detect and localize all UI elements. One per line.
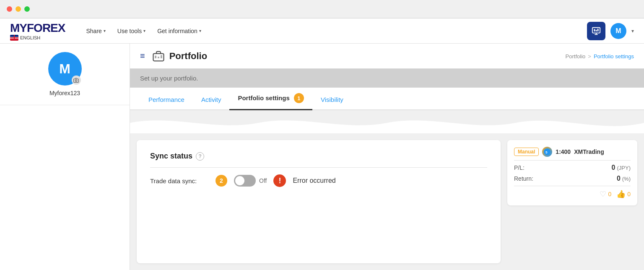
tab-performance[interactable]: Performance	[140, 90, 193, 110]
top-nav: MYFOREX ENGLISH Share ▾ Use tools ▾ Get …	[0, 18, 644, 44]
page-title: Portfolio	[169, 51, 207, 62]
svg-rect-3	[594, 29, 595, 31]
traffic-light-yellow[interactable]	[16, 6, 21, 12]
user-menu-chevron[interactable]: ▾	[631, 28, 634, 34]
content-header: ≡ Portfolio Portfolio > Portfolio settin…	[130, 44, 644, 69]
nav-link-share[interactable]: Share ▾	[86, 28, 105, 34]
language-label: ENGLISH	[20, 35, 40, 40]
trade-data-label: Trade data sync:	[150, 177, 209, 184]
panel-divider	[514, 160, 631, 161]
right-panel: Manual 5 1:400 XMTrading P/L: 0	[507, 140, 637, 205]
logo[interactable]: MYFOREX	[10, 21, 65, 35]
svg-rect-10	[161, 55, 162, 58]
hamburger-icon[interactable]: ≡	[140, 51, 145, 61]
setup-bar-text: Set up your portfolio.	[140, 75, 198, 82]
help-icon[interactable]: ?	[196, 152, 204, 161]
language-selector[interactable]: ENGLISH	[10, 35, 40, 41]
heart-icon: ♡	[600, 190, 606, 199]
broker-icon: 5	[542, 147, 552, 157]
tabs-bar: Performance Activity Portfolio settings …	[130, 88, 644, 110]
error-text: Error occurred	[293, 177, 335, 184]
chevron-down-icon: ▾	[143, 29, 145, 33]
wave-separator	[130, 110, 644, 133]
right-panel-header: Manual 5 1:400 XMTrading	[514, 147, 631, 157]
sync-card: Sync status ? Trade data sync: 2 Off ! E…	[137, 140, 501, 263]
toggle-label: Off	[259, 177, 267, 184]
thumbs-count: 0	[627, 191, 631, 197]
error-icon: !	[273, 174, 286, 187]
manual-badge: Manual	[514, 148, 539, 156]
heart-button[interactable]: ♡ 0	[600, 190, 611, 199]
svg-rect-9	[158, 57, 159, 58]
traffic-light-red[interactable]	[7, 6, 12, 12]
thumbs-up-button[interactable]: 👍 0	[616, 190, 631, 199]
traffic-light-green[interactable]	[24, 6, 30, 12]
breadcrumb-current: Portfolio	[566, 53, 586, 59]
return-row: Return: 0 (%)	[514, 175, 631, 182]
sidebar-divider	[0, 105, 130, 105]
heart-count: 0	[608, 191, 611, 197]
logo-suffix: FOREX	[27, 21, 65, 34]
sidebar-username: Myforex123	[49, 90, 80, 96]
svg-rect-5	[597, 29, 599, 31]
content-area: ≡ Portfolio Portfolio > Portfolio settin…	[130, 44, 644, 270]
main-layout: M Myforex123 ≡	[0, 44, 644, 270]
nav-link-get-information[interactable]: Get information ▾	[157, 28, 201, 34]
sync-divider	[150, 167, 487, 168]
svg-rect-4	[596, 30, 597, 31]
logo-prefix: MY	[10, 21, 27, 34]
camera-icon[interactable]	[72, 75, 81, 85]
sync-title: Sync status ?	[150, 152, 487, 161]
nav-links: Share ▾ Use tools ▾ Get information ▾	[86, 28, 587, 34]
breadcrumb-link[interactable]: Portfolio settings	[594, 53, 634, 59]
pl-label: P/L:	[514, 164, 525, 171]
broker-name: XMTrading	[574, 148, 604, 155]
return-label: Return:	[514, 175, 533, 182]
tab-portfolio-settings[interactable]: Portfolio settings 1	[229, 87, 312, 110]
sync-toggle[interactable]	[234, 175, 256, 187]
flag-icon	[10, 35, 18, 41]
tab-visibility[interactable]: Visibility	[312, 90, 352, 110]
step-badge: 2	[216, 175, 227, 187]
panel-divider-2	[514, 186, 631, 186]
nav-link-use-tools[interactable]: Use tools ▾	[117, 28, 145, 34]
page-title-area: Portfolio	[152, 49, 207, 63]
leverage-text: 1:400	[556, 148, 571, 155]
toggle-container: Off	[234, 175, 267, 187]
tab-activity[interactable]: Activity	[193, 90, 230, 110]
panel-actions: ♡ 0 👍 0	[514, 190, 631, 199]
setup-bar: Set up your portfolio.	[130, 69, 644, 88]
thumbs-up-icon: 👍	[616, 190, 626, 199]
sidebar: M Myforex123	[0, 44, 130, 270]
main-content: Sync status ? Trade data sync: 2 Off ! E…	[130, 133, 644, 270]
chevron-down-icon: ▾	[104, 29, 106, 33]
svg-text:5: 5	[545, 151, 548, 154]
return-currency: (%)	[622, 176, 631, 182]
pl-currency: (JPY)	[617, 165, 631, 171]
svg-point-6	[75, 79, 77, 81]
title-bar	[0, 0, 644, 18]
pl-value: 0	[612, 164, 615, 171]
user-avatar[interactable]: M	[610, 23, 626, 39]
sync-row: Trade data sync: 2 Off ! Error occurred	[150, 174, 487, 187]
portfolio-icon	[152, 49, 165, 63]
tab-badge: 1	[294, 93, 304, 103]
nav-right: M ▾	[587, 22, 634, 40]
monitor-icon-button[interactable]	[587, 22, 605, 40]
return-value: 0	[617, 175, 621, 182]
breadcrumb: Portfolio > Portfolio settings	[566, 53, 634, 59]
pl-row: P/L: 0 (JPY)	[514, 164, 631, 171]
breadcrumb-separator: >	[588, 53, 591, 59]
sidebar-avatar: M	[48, 52, 82, 86]
chevron-down-icon: ▾	[199, 29, 201, 33]
svg-rect-8	[155, 55, 156, 58]
